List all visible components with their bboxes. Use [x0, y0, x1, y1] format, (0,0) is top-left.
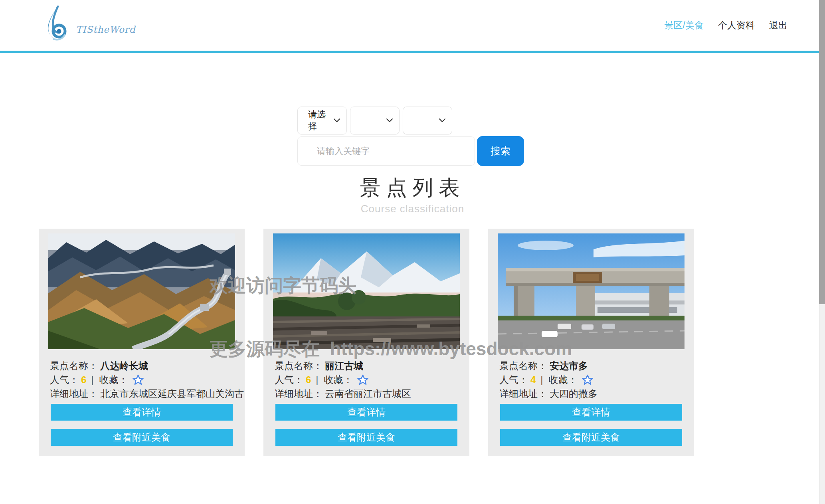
filter-row: 请选择 [297, 107, 452, 134]
category-select[interactable]: 请选择 [297, 107, 347, 134]
spot-card: 景点名称： 丽江古城 人气： 6 | 收藏： 详细地址： 云南省丽江市古城区 [263, 229, 469, 456]
nearby-food-button[interactable]: 查看附近美食 [500, 429, 682, 446]
spot-name-line: 景点名称： 丽江古城 [275, 359, 469, 373]
nearby-food-button[interactable]: 查看附近美食 [275, 429, 457, 446]
search-row: 搜索 [297, 136, 524, 166]
favorite-star-icon[interactable] [357, 374, 369, 386]
city-select[interactable] [403, 107, 452, 134]
spot-name-label: 景点名称： [50, 360, 98, 372]
chevron-down-icon [386, 119, 393, 123]
scrollbar-thumb[interactable] [819, 0, 825, 304]
category-select-value: 请选择 [308, 109, 334, 132]
address-label: 详细地址： [275, 387, 322, 400]
spot-name: 八达岭长城 [100, 360, 148, 372]
brand-text: TIStheWord [76, 24, 136, 35]
address-label: 详细地址： [499, 387, 547, 400]
spot-address-line: 详细地址： 北京市东城区延庆县军都山关沟古 [50, 387, 245, 401]
view-detail-button[interactable]: 查看详情 [51, 404, 233, 421]
province-select[interactable] [350, 107, 400, 134]
spot-name: 安达市多 [550, 360, 588, 372]
spot-name-label: 景点名称： [499, 360, 547, 372]
address-value: 北京市东城区延庆县军都山关沟古 [100, 387, 244, 400]
spot-name-line: 景点名称： 八达岭长城 [50, 359, 245, 373]
spot-card: 景点名称： 八达岭长城 人气： 6 | 收藏： 详细地址： 北京市东城区延庆县军… [39, 229, 245, 456]
favorite-label: 收藏： [99, 374, 128, 386]
spot-info: 景点名称： 八达岭长城 人气： 6 | 收藏： 详细地址： 北京市东城区延庆县军… [50, 359, 245, 401]
logo: TIStheWord [45, 6, 136, 42]
nearby-food-button[interactable]: 查看附近美食 [51, 429, 233, 446]
spot-name: 丽江古城 [325, 360, 363, 372]
favorite-star-icon[interactable] [132, 374, 144, 386]
chevron-down-icon [334, 119, 340, 123]
logo-swirl-icon [45, 6, 69, 42]
chevron-down-icon [439, 119, 445, 123]
favorite-label: 收藏： [549, 374, 578, 386]
page: TIStheWord 景区/美食 个人资料 退出 请选择 [0, 0, 825, 504]
search-button[interactable]: 搜索 [477, 136, 524, 166]
main-nav: 景区/美食 个人资料 退出 [665, 0, 787, 51]
favorite-label: 收藏： [324, 374, 353, 386]
header: TIStheWord 景区/美食 个人资料 退出 [0, 0, 825, 53]
spot-meta-line: 人气： 6 | 收藏： [50, 373, 245, 387]
card-image-anda [498, 233, 685, 349]
spot-meta-line: 人气： 4 | 收藏： [499, 373, 694, 387]
nav-item-scenic-food[interactable]: 景区/美食 [665, 19, 704, 32]
popularity-value: 6 [306, 374, 311, 385]
separator: | [91, 374, 93, 385]
popularity-value: 4 [530, 374, 536, 385]
popularity-value: 6 [81, 374, 86, 385]
favorite-star-icon[interactable] [582, 374, 594, 386]
page-title: 景点列表 [0, 174, 825, 202]
nav-item-profile[interactable]: 个人资料 [718, 19, 755, 32]
popularity-label: 人气： [499, 374, 528, 386]
spot-address-line: 详细地址： 云南省丽江市古城区 [275, 387, 469, 401]
address-label: 详细地址： [50, 387, 98, 400]
address-value: 大四的撒多 [550, 387, 597, 400]
spot-info: 景点名称： 安达市多 人气： 4 | 收藏： 详细地址： 大四的撒多 [499, 359, 694, 401]
scrollbar-track[interactable] [819, 0, 825, 504]
separator: | [316, 374, 318, 385]
page-subtitle: Course classification [0, 203, 825, 215]
spot-address-line: 详细地址： 大四的撒多 [499, 387, 694, 401]
spot-name-label: 景点名称： [275, 360, 322, 372]
card-image-great-wall [48, 233, 235, 349]
popularity-label: 人气： [275, 374, 303, 386]
view-detail-button[interactable]: 查看详情 [500, 404, 682, 421]
separator: | [540, 374, 543, 385]
spot-card: 景点名称： 安达市多 人气： 4 | 收藏： 详细地址： 大四的撒多 查看 [488, 229, 694, 456]
view-detail-button[interactable]: 查看详情 [275, 404, 457, 421]
card-image-lijiang [273, 233, 460, 349]
spot-card-list: 景点名称： 八达岭长城 人气： 6 | 收藏： 详细地址： 北京市东城区延庆县军… [39, 229, 694, 456]
spot-info: 景点名称： 丽江古城 人气： 6 | 收藏： 详细地址： 云南省丽江市古城区 [275, 359, 469, 401]
nav-item-logout[interactable]: 退出 [769, 19, 787, 32]
spot-meta-line: 人气： 6 | 收藏： [275, 373, 469, 387]
popularity-label: 人气： [50, 374, 79, 386]
spot-name-line: 景点名称： 安达市多 [499, 359, 694, 373]
keyword-input[interactable] [297, 136, 475, 166]
address-value: 云南省丽江市古城区 [325, 387, 411, 400]
